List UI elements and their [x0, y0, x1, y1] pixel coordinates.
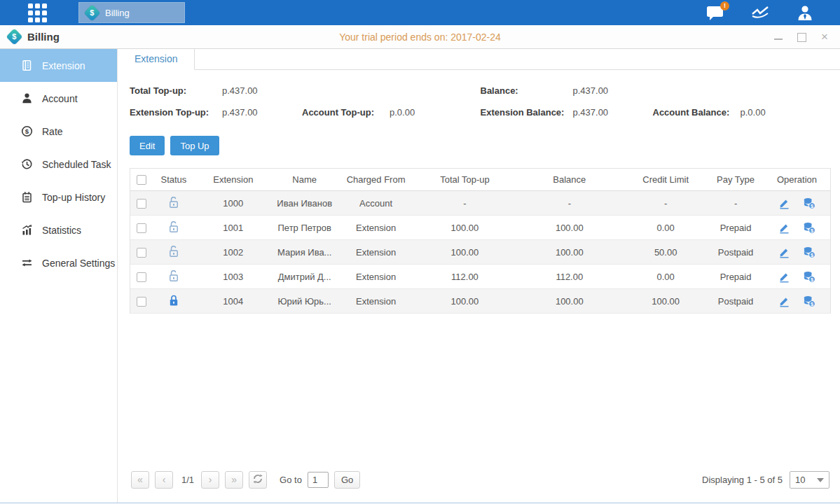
extension-name: Петр Петров [272, 223, 338, 233]
account-icon [21, 92, 33, 104]
top-up-row-icon[interactable]: $ [803, 197, 815, 209]
balance: 100.00 [515, 296, 624, 307]
tabstrip: Extension [118, 49, 840, 70]
edit-row-icon[interactable] [778, 295, 790, 307]
refresh-button[interactable] [249, 471, 267, 489]
unlocked-icon[interactable] [168, 220, 179, 233]
go-button[interactable]: Go [334, 471, 360, 489]
pay-type: Postpaid [708, 296, 764, 307]
account-balance-label: Account Balance: [653, 107, 741, 118]
maximize-icon[interactable] [796, 32, 807, 42]
total-topup: 100.00 [415, 247, 516, 258]
sidebar-item-statistics[interactable]: Statistics [0, 214, 117, 246]
extension-balance-value: p.437.00 [573, 107, 653, 118]
chevron-down-icon [817, 478, 824, 482]
table-row[interactable]: 1004 Юрий Юрь... Extension 100.00 100.00… [130, 289, 830, 314]
sidebar-item-topup-history[interactable]: Top-up History [0, 181, 117, 214]
rate-icon: $ [21, 125, 33, 137]
edit-row-icon[interactable] [778, 197, 790, 209]
top-up-row-icon[interactable]: $ [803, 271, 815, 283]
scheduled-task-icon [21, 158, 33, 170]
top-up-row-icon[interactable]: $ [803, 222, 815, 234]
page-size-select[interactable]: 10 [790, 471, 829, 489]
extension-icon [21, 59, 33, 71]
close-icon[interactable]: × [819, 32, 830, 42]
top-up-row-icon[interactable]: $ [803, 295, 815, 307]
row-checkbox[interactable] [137, 199, 146, 209]
credit-limit: 100.00 [624, 296, 708, 307]
extension-balance-label: Extension Balance: [481, 107, 573, 118]
page-size-value: 10 [795, 475, 817, 485]
extension-number: 1003 [195, 272, 272, 282]
unlocked-icon[interactable] [168, 196, 179, 209]
table-row[interactable]: 1002 Мария Ива... Extension 100.00 100.0… [130, 240, 830, 265]
pay-type: Postpaid [708, 247, 764, 258]
balance-label: Balance: [481, 85, 573, 96]
unlocked-icon[interactable] [168, 245, 179, 258]
credit-limit: 50.00 [624, 247, 708, 258]
tab-extension[interactable]: Extension [118, 49, 195, 70]
sidebar-item-account[interactable]: Account [0, 82, 117, 115]
window-titlebar: Your trial period ends on: 2017-02-24 $ … [0, 25, 840, 49]
billing-diamond-icon: $ [83, 4, 100, 21]
minimize-icon[interactable] [773, 32, 784, 42]
unlocked-icon[interactable] [168, 270, 179, 282]
top-up-row-icon[interactable]: $ [803, 246, 815, 258]
resource-monitor-icon[interactable] [751, 5, 770, 20]
select-all-checkbox[interactable] [137, 175, 146, 185]
credit-limit: - [624, 198, 708, 209]
table-row[interactable]: 1003 Дмитрий Д... Extension 112.00 112.0… [130, 265, 830, 289]
messages-icon[interactable]: ! [706, 5, 724, 21]
app-launcher-grid-icon[interactable] [25, 3, 49, 22]
sidebar-item-extension[interactable]: Extension [0, 49, 117, 82]
edit-button[interactable]: Edit [130, 136, 165, 155]
prev-page-button[interactable]: ‹ [155, 471, 173, 489]
first-page-button[interactable]: « [131, 471, 149, 489]
user-account-icon[interactable] [797, 4, 813, 21]
refresh-icon [253, 474, 263, 484]
extension-number: 1004 [195, 296, 272, 307]
extension-name: Мария Ива... [272, 247, 338, 258]
table-row[interactable]: 1001 Петр Петров Extension 100.00 100.00… [130, 216, 830, 240]
balance-summary: Total Top-up: p.437.00 Extension Top-up:… [130, 80, 831, 123]
table-row[interactable]: 1000 Иван Иванов Account - - - - [130, 191, 830, 216]
extension-topup-label: Extension Top-up: [130, 107, 222, 118]
table-header: Status Extension Name Charged From Total… [130, 169, 830, 191]
window-title: Billing [27, 31, 60, 43]
charged-from: Account [338, 198, 415, 209]
extension-topup-value: p.437.00 [222, 107, 302, 118]
edit-row-icon[interactable] [778, 271, 790, 283]
main-panel: Extension Total Top-up: p.437.00 Extensi… [118, 49, 840, 503]
top-up-button[interactable]: Top Up [170, 136, 219, 155]
sidebar-item-scheduled-task[interactable]: Scheduled Task [0, 148, 117, 181]
account-topup-label: Account Top-up: [302, 107, 390, 118]
trial-notice: Your trial period ends on: 2017-02-24 [0, 31, 840, 43]
balance-value: p.437.00 [573, 85, 653, 96]
charged-from: Extension [338, 272, 415, 282]
extension-table: Status Extension Name Charged From Total… [130, 168, 831, 314]
edit-row-icon[interactable] [778, 222, 790, 234]
last-page-button[interactable]: » [225, 471, 243, 489]
account-balance-value: p.0.00 [741, 107, 820, 118]
goto-page-input[interactable] [308, 472, 329, 488]
sidebar: Extension Account $ Rate Scheduled Task [0, 49, 118, 503]
credit-limit: 0.00 [624, 272, 708, 282]
row-checkbox[interactable] [137, 272, 146, 282]
taskbar-tab-billing[interactable]: $ Billing [78, 2, 185, 23]
statistics-icon [21, 224, 33, 236]
system-topbar: $ Billing ! [0, 0, 840, 25]
sidebar-item-rate[interactable]: $ Rate [0, 115, 117, 148]
balance: - [515, 198, 624, 209]
next-page-button[interactable]: › [201, 471, 219, 489]
pay-type: Prepaid [708, 223, 764, 233]
total-topup-label: Total Top-up: [130, 85, 222, 96]
row-checkbox[interactable] [137, 248, 146, 258]
total-topup-value: p.437.00 [222, 85, 302, 96]
row-checkbox[interactable] [137, 223, 146, 233]
locked-icon[interactable] [168, 294, 179, 307]
balance: 100.00 [515, 223, 624, 233]
pagination-bar: « ‹ 1/1 › » Go to Go Displaying [130, 468, 831, 493]
sidebar-item-general-settings[interactable]: General Settings [0, 246, 117, 279]
row-checkbox[interactable] [137, 297, 146, 307]
edit-row-icon[interactable] [778, 246, 790, 258]
